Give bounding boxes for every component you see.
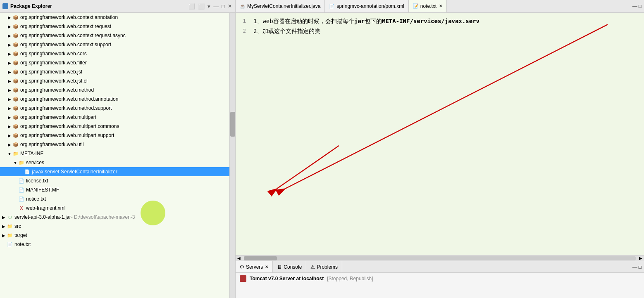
tab-label: Console — [284, 264, 302, 270]
expand-arrow[interactable] — [1, 232, 7, 238]
tab-servlet-initializer[interactable]: ☕ MyServletContainerInitializer.java — [236, 0, 325, 12]
tree-item-javax-servlet[interactable]: 📄 javax.servlet.ServletContainerInitiali… — [0, 167, 229, 176]
tree-scrollbar[interactable] — [229, 13, 235, 298]
editor-tab-controls: — □ — [632, 3, 644, 9]
tree-item-multipart[interactable]: 📦 org.springframework.web.multipart — [0, 113, 229, 122]
server-entry: Tomcat v7.0 Server at localhost [Stopped… — [240, 275, 640, 282]
expand-arrow[interactable] — [7, 33, 12, 38]
tree-item-notice[interactable]: 📄 notice.txt — [0, 194, 229, 203]
tree-item-label: org.springframework.web.util — [20, 142, 83, 147]
tree-item-manifest[interactable]: 📄 MANIFEST.MF — [0, 185, 229, 194]
expand-arrow[interactable] — [7, 14, 12, 20]
expand-arrow[interactable] — [7, 105, 12, 111]
file-icon: 📄 — [24, 168, 31, 175]
jar-icon: ⬡ — [7, 214, 13, 220]
expand-arrow[interactable] — [7, 60, 12, 66]
tree-item-license[interactable]: 📄 license.txt — [0, 176, 229, 185]
scrollbar-thumb[interactable] — [230, 112, 235, 137]
expand-arrow[interactable] — [7, 142, 12, 147]
tree-item-method-support[interactable]: 📦 org.springframework.web.method.support — [0, 104, 229, 113]
file-icon: 📄 — [18, 177, 25, 184]
maximize-editor-button[interactable]: □ — [639, 3, 642, 9]
tree-item-method[interactable]: 📦 org.springframework.web.method — [0, 85, 229, 95]
tree-item-cors[interactable]: 📦 org.springframework.web.cors — [0, 49, 229, 58]
scroll-thumb[interactable] — [244, 256, 277, 260]
link-with-editor-button[interactable]: ⬜ — [197, 3, 205, 10]
expand-arrow[interactable] — [7, 42, 12, 47]
tab-note-txt[interactable]: 📝 note.txt ✕ — [409, 0, 447, 12]
minimize-button[interactable]: — — [212, 3, 219, 10]
tree-item-services[interactable]: 📁 services — [0, 158, 229, 167]
code-lines: 1、web容器在启动的时候，会扫描每个jar包下的META-INF/servic… — [253, 16, 641, 36]
tree-item-web-fragment[interactable]: X web-fragment.xml — [0, 203, 229, 213]
scroll-right-button[interactable]: ▶ — [637, 256, 644, 260]
tab-console[interactable]: 🖥 Console — [273, 261, 306, 272]
tree-item-util[interactable]: 📦 org.springframework.web.util — [0, 140, 229, 149]
code-text-1: 1、web容器在启动的时候，会扫描每个jar包下的META-INF/servic… — [253, 16, 479, 26]
tree-item-method-annotation[interactable]: 📦 org.springframework.web.method.annotat… — [0, 95, 229, 104]
expand-arrow[interactable] — [7, 87, 12, 93]
servers-tab-close[interactable]: ✕ — [265, 265, 268, 269]
package-icon: 📦 — [12, 69, 19, 75]
tree-item-src[interactable]: 📁 src — [0, 222, 229, 231]
maximize-bottom-button[interactable]: □ — [639, 264, 642, 270]
tree-item-label: org.springframework.web.filter — [20, 60, 87, 66]
maximize-button[interactable]: □ — [221, 3, 226, 10]
expand-arrow[interactable] — [7, 51, 12, 57]
minimize-bottom-button[interactable]: — — [632, 264, 637, 270]
tree-item-multipart-commons[interactable]: 📦 org.springframework.web.multipart.comm… — [0, 122, 229, 131]
tree-item-jsf-el[interactable]: 📦 org.springframework.web.jsf.el — [0, 76, 229, 85]
servers-content: Tomcat v7.0 Server at localhost [Stopped… — [236, 273, 644, 298]
tab-servers[interactable]: ⚙ Servers ✕ — [236, 261, 273, 272]
tree-item-annotation[interactable]: 📦 org.springframework.web.context.annota… — [0, 13, 229, 22]
collapse-all-button[interactable]: ⬜ — [188, 3, 196, 10]
xml-icon: X — [18, 205, 25, 211]
tree-item-servlet-jar[interactable]: ⬡ servlet-api-3.0-alpha-1.jar - D:\devso… — [0, 213, 229, 222]
expand-arrow — [12, 178, 18, 184]
expand-arrow — [1, 241, 7, 247]
expand-arrow[interactable] — [7, 151, 12, 156]
tree-item-label: note.txt — [14, 241, 31, 247]
expand-arrow[interactable] — [7, 24, 12, 29]
svg-line-2 — [285, 24, 608, 189]
tree-item-label: license.txt — [26, 178, 48, 184]
tree-item-jsf[interactable]: 📦 org.springframework.web.jsf — [0, 67, 229, 76]
tree-item-label: org.springframework.web.method.annotatio… — [20, 96, 118, 102]
line-numbers: 1 2 — [236, 16, 248, 36]
tree-item-request[interactable]: 📦 org.springframework.web.context.reques… — [0, 22, 229, 31]
tree-item-target[interactable]: 📁 target — [0, 231, 229, 240]
tab-close-button[interactable]: ✕ — [439, 4, 442, 8]
expand-arrow[interactable] — [1, 214, 7, 220]
tree-item-note-txt[interactable]: 📄 note.txt — [0, 240, 229, 249]
expand-arrow[interactable] — [7, 69, 12, 75]
package-icon: 📦 — [12, 141, 19, 148]
expand-arrow[interactable] — [12, 160, 18, 166]
tree-item-label: org.springframework.web.context.support — [20, 42, 111, 47]
expand-arrow[interactable] — [7, 78, 12, 84]
tree-item-label: services — [26, 160, 44, 166]
tab-problems[interactable]: ⚠ Problems — [306, 261, 342, 272]
server-name: Tomcat v7.0 Server at localhost — [250, 276, 324, 281]
tree-item-multipart-support[interactable]: 📦 org.springframework.web.multipart.supp… — [0, 131, 229, 140]
expand-arrow[interactable] — [7, 114, 12, 120]
svg-line-3 — [277, 146, 339, 189]
minimize-editor-button[interactable]: — — [632, 3, 637, 9]
horizontal-scrollbar[interactable]: ◀ ▶ — [236, 255, 644, 261]
expand-arrow[interactable] — [7, 96, 12, 102]
view-menu-button[interactable]: ▾ — [207, 3, 211, 10]
expand-arrow[interactable] — [1, 223, 7, 229]
package-icon: 📦 — [12, 123, 19, 130]
folder-icon: 📁 — [7, 232, 13, 239]
tree-item-label: org.springframework.web.cors — [20, 51, 87, 57]
scroll-track[interactable] — [244, 256, 636, 260]
tab-pom-xml[interactable]: 📄 springmvc-annotation/pom.xml — [325, 0, 408, 12]
tree-item-request-async[interactable]: 📦 org.springframework.web.context.reques… — [0, 31, 229, 40]
scroll-left-button[interactable]: ◀ — [236, 256, 242, 260]
tree-item-filter[interactable]: 📦 org.springframework.web.filter — [0, 58, 229, 67]
annotation-arrows — [236, 13, 644, 255]
close-panel-button[interactable]: ✕ — [227, 3, 233, 9]
expand-arrow[interactable] — [7, 132, 12, 138]
tree-item-meta-inf[interactable]: 📁 META-INF — [0, 149, 229, 158]
expand-arrow[interactable] — [7, 123, 12, 129]
tree-item-context-support[interactable]: 📦 org.springframework.web.context.suppor… — [0, 40, 229, 49]
